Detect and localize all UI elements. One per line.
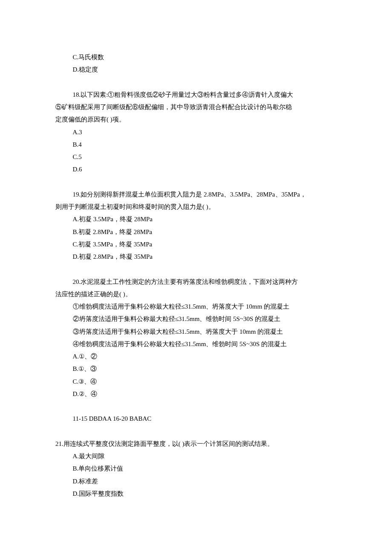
q19-option-c: C.初凝 3.5MPa，终凝 35MPa [55,238,337,251]
q19-option-b: B.初凝 2.8MPa，终凝 28MPa [55,226,337,238]
q20-option-a: A.①、② [55,350,337,363]
q17-option-c: C.马氏模数 [55,51,337,64]
q19-option-a: A.初凝 3.5MPa，终凝 28MPa [55,213,337,225]
q19-option-d: D.初凝 2.8MPa，终凝 35MPa [55,251,337,263]
q21-option-a: A.最大间隙 [55,450,337,462]
spacer [55,176,337,188]
q18-option-b: B.4 [55,139,337,151]
q18-option-c: C.5 [55,151,337,163]
answer-key: 11-15 DBDAA 16-20 BABAC [55,413,337,425]
q20-stmt4: ④维勃稠度法适用于集料公称最大粒径≤31.5mm、维勃时间 5S~30S 的混凝… [55,338,337,350]
q17-option-d: D.稳定度 [55,64,337,76]
q18-line2: ⑤矿料级配采用了间断级配⑥级配偏细，其中导致沥青混合料配合比设计的马歇尔稳 [55,101,337,113]
spacer [55,400,337,413]
q20-stmt3: ③坍落度法适用于集料公称最大粒径≤31.5mm、坍落度大于 10mm 的混凝土 [55,326,337,338]
q20-option-c: C.③、④ [55,376,337,388]
spacer [55,76,337,89]
q20-line1: 20.水泥混凝土工作性测定的方法主要有坍落度法和维勃稠度法，下面对这两种方 [55,276,337,288]
q21-option-c: D.标准差 [55,475,337,488]
q18-line3: 定度偏低的原因有( )项。 [55,113,337,126]
q21-option-b: B.单向位移累计值 [55,462,337,475]
q20-option-d: D.②、④ [55,388,337,400]
q18-option-a: A.3 [55,126,337,139]
q19-line1: 19.如分别测得新拌混凝土单位面积贯入阻力是 2.8MPa、3.5MPa、28M… [55,188,337,201]
q20-stmt2: ②坍落度法适用于集料公称最大粒径≤31.5mm、维勃时间 5S~30S 的混凝土 [55,313,337,325]
q21-option-d: D.国际平整度指数 [55,488,337,500]
q21-head: 21.用连续式平整度仪法测定路面平整度，以( )表示一个计算区间的测试结果。 [55,438,337,450]
spacer [55,263,337,275]
spacer [55,425,337,438]
q19-line2: 则用于判断混凝土初凝时间和终凝时间的贯入阻力是( )。 [55,201,337,213]
q18-line1: 18.以下因素:①粗骨料强度低②砂子用量过大③粉料含量过多④沥青针入度偏大 [55,89,337,101]
q20-stmt1: ①维勃稠度法适用于集料公称最大粒径≤31.5mm、坍落度大于 10mm 的混凝土 [55,301,337,313]
q20-option-b: B.①、③ [55,363,337,375]
q18-option-d: D.6 [55,163,337,176]
q20-line2: 法应性的描述正确的是( )。 [55,288,337,301]
